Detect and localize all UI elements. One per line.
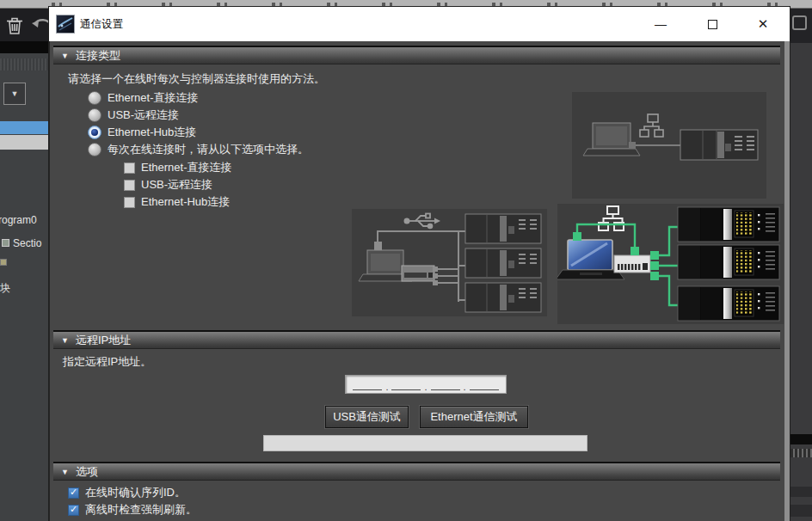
background-app-left-panel: ▼ rogram0 Sectio 块 [0,9,49,521]
test-result-field [263,435,587,451]
ip-octet-3[interactable] [431,380,460,390]
usb-hub-icon [402,266,434,281]
tree-item-program[interactable]: rogram0 [0,214,37,226]
dropdown-button[interactable]: ▼ [3,83,26,105]
tree-item-section[interactable]: Sectio [13,237,41,249]
plc-rack-icon [465,214,541,312]
communication-settings-dialog: 通信设置 — ✕ ▼ 连接类型 请选择一个在线时每次与控制器连接时使用的方法。 … [49,7,790,521]
radio-icon [88,143,102,156]
radio-icon [88,108,102,122]
minimize-button[interactable]: — [649,12,673,36]
ip-separator: . [385,383,388,390]
checkbox-confirm-serial-id[interactable]: 在线时确认序列ID。 [68,485,186,500]
ip-octet-1[interactable] [353,380,382,390]
radio-label: Ethernet-直接连接 [108,90,198,106]
selected-row-highlight[interactable] [0,121,49,134]
checkbox-label: Ethernet-Hub连接 [141,194,230,210]
remote-ip-instruction: 指定远程IP地址。 [63,354,151,370]
diagram-usb-remote-inactive [352,209,547,316]
collapse-icon: ▼ [61,468,69,476]
ip-octet-4[interactable] [470,380,499,390]
panel-texture [0,58,49,70]
checkbox-usb-remote[interactable]: USB-远程连接 [124,177,212,193]
checkbox-icon [124,197,135,208]
checkbox-label: Ethernet-直接连接 [141,160,231,175]
checkbox-label: 在线时确认序列ID。 [85,485,186,500]
checkbox-label: USB-远程连接 [141,177,212,193]
delete-icon[interactable] [5,15,24,36]
radio-ethernet-direct[interactable]: Ethernet-直接连接 [88,90,198,106]
ethernet-hub-icon [614,255,650,273]
panel-divider [0,41,49,53]
chevron-down-icon: ▼ [11,89,19,98]
undo-icon[interactable] [31,16,49,35]
section-title: 连接类型 [76,48,120,64]
dialog-app-icon [56,15,75,34]
panel-divider [789,434,812,444]
radio-usb-remote[interactable]: USB-远程连接 [88,107,179,123]
radio-label: USB-远程连接 [108,107,179,123]
radio-icon [88,126,102,139]
usb-test-button[interactable]: USB通信测试 [325,406,409,428]
tree-item-icon [0,259,7,266]
radio-icon [88,91,102,105]
section-header-remote-ip[interactable]: ▼ 远程IP地址 [53,330,780,349]
network-tree-icon [599,206,624,230]
radio-ethernet-hub[interactable]: Ethernet-Hub连接 [88,125,196,140]
network-tree-icon [640,114,663,137]
checkbox-ethernet-hub[interactable]: Ethernet-Hub连接 [124,194,230,210]
checkbox-label: 离线时检查强制刷新。 [85,502,197,518]
usb-icon [404,214,440,229]
ip-separator: . [464,383,466,390]
plc-rack-icon [678,207,779,321]
diagram-ethernet-hub-active [557,204,784,324]
checkbox-icon [68,487,79,499]
section-title: 选项 [76,464,98,480]
row-highlight[interactable] [0,135,49,150]
diagram-ethernet-direct-inactive [572,92,766,199]
panel-texture [789,449,812,457]
collapse-icon: ▼ [61,336,69,345]
dialog-body: ▼ 连接类型 请选择一个在线时每次与控制器连接时使用的方法。 Ethernet-… [49,41,790,521]
section-header-options[interactable]: ▼ 选项 [53,462,780,481]
radio-select-each-time[interactable]: 每次在线连接时，请从以下选项中选择。 [88,142,309,157]
screen: ▼ rogram0 Sectio 块 通信设置 [0,0,812,521]
remote-ip-input[interactable]: . . . [345,375,507,394]
maximize-icon [708,20,717,29]
connection-instruction: 请选择一个在线时每次与控制器连接时使用的方法。 [68,71,325,87]
checkbox-icon [124,180,135,191]
section-title: 远程IP地址 [76,333,131,348]
section-header-connection-type[interactable]: ▼ 连接类型 [53,46,780,64]
dialog-title: 通信设置 [80,7,123,41]
checkbox-icon [124,162,135,174]
ethernet-test-button[interactable]: Ethernet通信测试 [420,406,528,428]
plc-rack-icon [680,130,758,160]
section-icon [2,239,9,247]
radio-label: 每次在线连接时，请从以下选项中选择。 [108,142,309,157]
close-button[interactable]: ✕ [751,12,775,36]
toolbar [0,9,49,41]
checkbox-check-forced-refresh[interactable]: 离线时检查强制刷新。 [68,502,197,518]
tree-item-block[interactable]: 块 [0,281,10,296]
laptop-icon [583,123,640,156]
ip-octet-2[interactable] [391,380,421,390]
checkbox-ethernet-direct[interactable]: Ethernet-直接连接 [124,160,231,175]
panel-bar [789,505,812,517]
toolbar-right [789,9,812,43]
panel-bar [789,487,812,497]
collapse-icon: ▼ [61,52,69,60]
checkbox-icon [68,505,79,516]
maximize-button[interactable] [700,12,724,36]
ip-separator: . [424,383,427,390]
dialog-titlebar[interactable]: 通信设置 — ✕ [49,7,790,41]
window-layout-icon[interactable] [792,15,807,30]
background-app-right-panel [789,9,812,521]
radio-label: Ethernet-Hub连接 [108,125,196,140]
